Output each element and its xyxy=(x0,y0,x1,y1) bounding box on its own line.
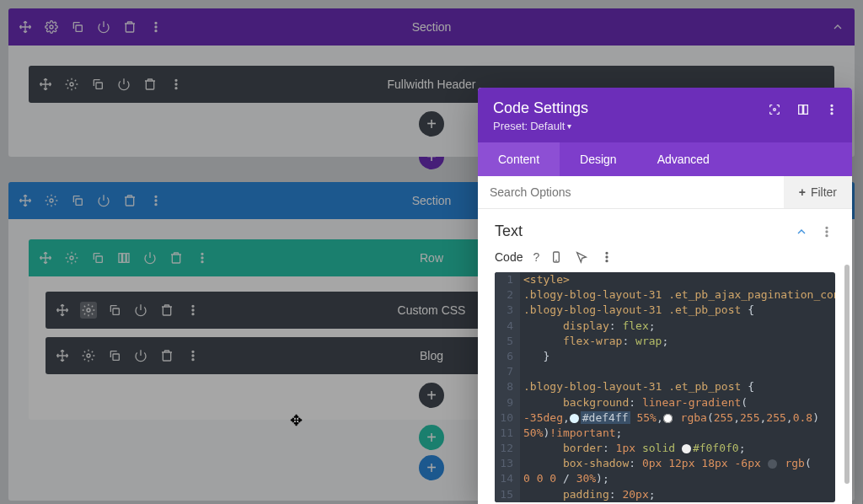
svg-point-49 xyxy=(606,256,608,258)
more-icon[interactable] xyxy=(185,347,201,364)
svg-point-28 xyxy=(87,354,90,357)
more-icon[interactable] xyxy=(147,192,164,209)
power-icon[interactable] xyxy=(115,76,132,93)
chevron-up-icon[interactable] xyxy=(829,19,846,35)
svg-point-23 xyxy=(87,308,90,312)
trash-icon[interactable] xyxy=(158,302,175,319)
power-icon[interactable] xyxy=(132,302,149,319)
power-icon[interactable] xyxy=(142,249,158,266)
svg-rect-16 xyxy=(96,256,102,262)
help-icon[interactable]: ? xyxy=(533,249,539,265)
modal-tabs: Content Design Advanced xyxy=(478,142,852,176)
move-icon[interactable] xyxy=(17,19,34,35)
gear-icon[interactable] xyxy=(63,76,80,93)
more-icon[interactable] xyxy=(194,249,211,266)
svg-point-15 xyxy=(70,256,73,260)
tab-design[interactable]: Design xyxy=(560,142,637,176)
svg-rect-40 xyxy=(804,105,808,115)
svg-rect-39 xyxy=(799,105,803,115)
svg-rect-18 xyxy=(123,254,126,263)
module-toolbar xyxy=(37,76,185,93)
search-input[interactable] xyxy=(478,176,784,208)
trash-icon[interactable] xyxy=(121,19,138,35)
preset-selector[interactable]: Preset: Default ▾ xyxy=(493,120,837,132)
svg-point-2 xyxy=(155,22,157,24)
svg-point-48 xyxy=(606,252,608,254)
svg-point-31 xyxy=(192,355,194,357)
svg-point-50 xyxy=(606,260,608,262)
mobile-icon[interactable] xyxy=(548,249,565,265)
duplicate-icon[interactable] xyxy=(106,347,123,364)
duplicate-icon[interactable] xyxy=(106,302,123,319)
section-toolbar xyxy=(17,19,164,35)
duplicate-icon[interactable] xyxy=(89,249,106,266)
gear-icon[interactable] xyxy=(63,249,80,266)
tab-content[interactable]: Content xyxy=(478,142,560,176)
svg-point-43 xyxy=(831,113,833,115)
columns-icon[interactable] xyxy=(795,101,812,118)
trash-icon[interactable] xyxy=(158,347,175,364)
more-icon[interactable] xyxy=(185,302,201,319)
svg-rect-6 xyxy=(96,83,102,88)
gear-icon[interactable] xyxy=(80,302,97,319)
duplicate-icon[interactable] xyxy=(89,76,106,93)
power-icon[interactable] xyxy=(95,192,112,209)
svg-point-0 xyxy=(50,25,53,29)
move-icon[interactable] xyxy=(54,302,71,319)
section-bar[interactable]: Section xyxy=(8,8,855,46)
scrollbar[interactable] xyxy=(844,265,850,484)
add-row-button[interactable]: + xyxy=(419,425,444,450)
trash-icon[interactable] xyxy=(142,76,158,93)
add-module-button[interactable]: + xyxy=(419,383,444,408)
move-icon[interactable] xyxy=(37,76,54,93)
add-section-button[interactable]: + xyxy=(419,455,444,480)
svg-point-38 xyxy=(774,109,776,111)
code-editor[interactable]: 1<style> 2.blogy-blog-layout-31 .et_pb_a… xyxy=(495,272,835,502)
hover-icon[interactable] xyxy=(573,249,590,265)
svg-point-27 xyxy=(192,314,194,315)
move-icon[interactable] xyxy=(37,249,54,266)
chevron-up-icon[interactable] xyxy=(793,223,810,240)
svg-point-42 xyxy=(831,109,833,110)
columns-icon[interactable] xyxy=(115,249,132,266)
svg-point-32 xyxy=(192,359,194,361)
gear-icon[interactable] xyxy=(80,347,97,364)
svg-point-4 xyxy=(155,30,157,32)
row-toolbar xyxy=(37,249,211,266)
svg-rect-11 xyxy=(76,199,82,205)
more-icon[interactable] xyxy=(147,19,164,35)
duplicate-icon[interactable] xyxy=(69,192,86,209)
more-icon[interactable] xyxy=(168,76,185,93)
filter-button[interactable]: + Filter xyxy=(784,176,852,208)
svg-point-22 xyxy=(201,261,203,263)
modal-header: Code Settings Preset: Default ▾ xyxy=(478,88,852,142)
move-cursor-icon: ✥ xyxy=(290,411,303,430)
focus-icon[interactable] xyxy=(766,101,783,118)
section-title: Section xyxy=(412,20,452,34)
more-icon[interactable] xyxy=(598,249,615,265)
power-icon[interactable] xyxy=(95,19,112,35)
search-row: + Filter xyxy=(478,176,852,209)
trash-icon[interactable] xyxy=(121,192,138,209)
modal-body: Text Code ? 1<style> 2.blogy-blog-layout… xyxy=(478,209,852,504)
svg-rect-24 xyxy=(113,308,119,314)
section-toolbar xyxy=(17,192,164,209)
tab-advanced[interactable]: Advanced xyxy=(637,142,730,176)
more-icon[interactable] xyxy=(818,223,835,240)
svg-point-13 xyxy=(155,200,157,201)
svg-point-12 xyxy=(155,196,157,197)
code-label: Code xyxy=(495,250,523,264)
move-icon[interactable] xyxy=(54,347,71,364)
trash-icon[interactable] xyxy=(168,249,185,266)
svg-point-20 xyxy=(201,253,203,255)
gear-icon[interactable] xyxy=(43,19,60,35)
power-icon[interactable] xyxy=(132,347,149,364)
field-header: Text xyxy=(495,223,835,240)
svg-point-46 xyxy=(826,234,828,236)
more-icon[interactable] xyxy=(823,101,840,118)
duplicate-icon[interactable] xyxy=(69,19,86,35)
svg-point-7 xyxy=(175,79,177,81)
move-icon[interactable] xyxy=(17,192,34,209)
add-module-button[interactable]: + xyxy=(419,111,444,137)
gear-icon[interactable] xyxy=(43,192,60,209)
